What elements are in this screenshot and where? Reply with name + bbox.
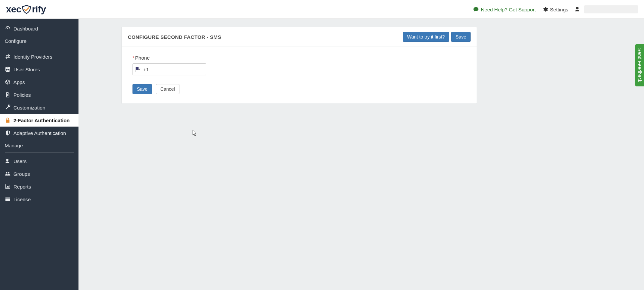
sidebar-divider [5,48,74,48]
brand-logo[interactable]: xec rify [6,4,46,15]
sidebar-divider [5,152,74,153]
sidebar-item-dashboard[interactable]: Dashboard [0,22,78,35]
sidebar-item-reports[interactable]: Reports [0,180,78,193]
user-menu[interactable] [574,5,638,13]
panel-body: *Phone Save Cancel [122,47,477,103]
shield-icon [5,130,13,136]
phone-label-text: Phone [135,55,150,61]
user-icon [5,158,13,164]
sidebar-label: Groups [13,171,30,177]
sidebar-item-adaptive-auth[interactable]: Adaptive Authentication [0,127,78,139]
sidebar-label: Users [13,158,26,164]
sidebar-label: Reports [13,184,31,190]
sidebar-label: Adaptive Authentication [13,130,66,136]
chart-icon [5,184,13,190]
sidebar-item-apps[interactable]: Apps [0,76,78,88]
sidebar-item-groups[interactable]: Groups [0,167,78,180]
sidebar-label: Apps [13,79,25,85]
settings-link[interactable]: Settings [542,6,568,12]
sidebar-label: Customization [13,105,45,111]
dashboard-icon [5,25,13,31]
svg-point-1 [476,9,476,9]
sidebar-section-manage: Manage [0,139,78,151]
save-button[interactable]: Save [132,84,152,94]
sidebar-item-license[interactable]: License [0,193,78,206]
help-support-label: Need Help? Get Support [481,7,536,12]
required-asterisk: * [132,55,135,61]
cancel-button[interactable]: Cancel [156,84,179,94]
phone-input-group[interactable] [132,63,206,75]
phone-label: *Phone [132,55,466,61]
sidebar-item-2fa[interactable]: 2-Factor Authentication [0,114,78,127]
shield-check-icon [22,5,31,14]
settings-label: Settings [550,7,568,12]
user-icon [574,6,580,12]
main-content: CONFIGURE SECOND FACTOR - SMS Want to tr… [78,19,644,290]
sidebar-section-configure: Configure [0,35,78,47]
sidebar-item-policies[interactable]: Policies [0,88,78,101]
us-flag-icon[interactable] [136,67,136,72]
svg-point-2 [477,9,477,9]
sidebar-label: License [13,197,31,202]
sidebar-item-customization[interactable]: Customization [0,101,78,114]
form-actions: Save Cancel [132,84,466,94]
sidebar: Dashboard Configure Identity Providers U… [0,19,78,290]
username-redacted [584,5,638,13]
exchange-icon [5,54,13,60]
topbar: xec rify Need Help? Get Support Settings [0,0,644,19]
sidebar-label: 2-Factor Authentication [13,118,70,123]
document-icon [5,92,13,98]
card-icon [5,196,13,202]
sidebar-item-identity-providers[interactable]: Identity Providers [0,50,78,63]
chat-icon [473,6,479,12]
sidebar-item-users[interactable]: Users [0,155,78,167]
send-feedback-tab[interactable]: Send Feedback [635,44,644,86]
wrench-icon [5,104,13,111]
sidebar-label: User Stores [13,67,40,72]
gear-icon [542,6,548,12]
svg-point-0 [475,9,475,9]
panel-header: CONFIGURE SECOND FACTOR - SMS Want to tr… [122,27,477,47]
brand-text-post: rify [32,4,46,15]
brand-text-pre: xec [6,4,21,15]
sidebar-label: Policies [13,92,31,98]
try-first-button[interactable]: Want to try it first? [403,32,449,42]
cube-icon [5,79,13,85]
lock-icon [5,117,13,123]
sidebar-label: Identity Providers [13,54,52,60]
sidebar-label: Dashboard [13,26,38,31]
help-support-link[interactable]: Need Help? Get Support [473,6,536,12]
panel-title: CONFIGURE SECOND FACTOR - SMS [128,34,221,40]
config-panel: CONFIGURE SECOND FACTOR - SMS Want to tr… [121,27,477,104]
users-icon [5,171,13,177]
save-top-button[interactable]: Save [451,32,471,42]
sidebar-item-user-stores[interactable]: User Stores [0,63,78,76]
phone-input[interactable] [143,67,207,72]
database-icon [5,66,13,72]
